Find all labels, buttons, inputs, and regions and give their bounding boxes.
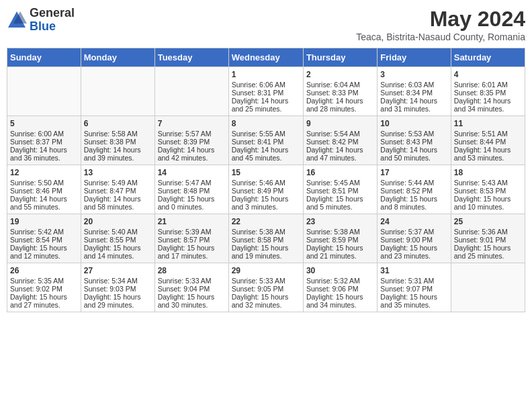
calendar-week-1: 1Sunrise: 6:06 AMSunset: 8:31 PMDaylight… [7, 67, 525, 116]
day-info: Sunrise: 5:32 AM [306, 277, 374, 285]
calendar-cell: 8Sunrise: 5:55 AMSunset: 8:41 PMDaylight… [228, 116, 303, 165]
day-info: Sunrise: 5:31 AM [380, 277, 447, 285]
day-info: Sunrise: 5:45 AM [306, 179, 374, 187]
day-number: 12 [10, 168, 78, 177]
day-info: Daylight: 15 hours and 12 minutes. [10, 244, 78, 260]
day-info: Daylight: 15 hours and 25 minutes. [454, 244, 522, 260]
calendar-cell: 17Sunrise: 5:44 AMSunset: 8:52 PMDayligh… [378, 165, 451, 214]
calendar-cell: 19Sunrise: 5:42 AMSunset: 8:54 PMDayligh… [7, 214, 81, 263]
day-info: Sunset: 8:52 PM [380, 187, 447, 195]
calendar-table: SundayMondayTuesdayWednesdayThursdayFrid… [7, 48, 525, 312]
title-area: May 2024 Teaca, Bistrita-Nasaud County, … [356, 7, 525, 42]
calendar-cell: 28Sunrise: 5:33 AMSunset: 9:04 PMDayligh… [154, 263, 228, 312]
day-info: Sunrise: 5:51 AM [454, 130, 522, 138]
header-friday: Friday [378, 48, 451, 67]
day-number: 9 [306, 119, 374, 128]
day-info: Daylight: 14 hours and 31 minutes. [380, 97, 447, 113]
calendar-cell: 15Sunrise: 5:46 AMSunset: 8:49 PMDayligh… [228, 165, 303, 214]
calendar-cell [154, 67, 228, 116]
day-info: Sunset: 8:47 PM [84, 187, 152, 195]
calendar-week-2: 5Sunrise: 6:00 AMSunset: 8:37 PMDaylight… [7, 116, 525, 165]
day-info: Sunset: 8:58 PM [232, 236, 300, 244]
day-info: Sunrise: 5:50 AM [10, 179, 78, 187]
header-thursday: Thursday [303, 48, 377, 67]
day-info: Sunrise: 5:53 AM [380, 130, 447, 138]
calendar-cell: 13Sunrise: 5:49 AMSunset: 8:47 PMDayligh… [81, 165, 154, 214]
day-info: Sunrise: 5:33 AM [158, 277, 226, 285]
day-number: 15 [232, 168, 300, 177]
day-number: 23 [306, 217, 374, 226]
day-info: Sunset: 8:42 PM [306, 138, 374, 146]
calendar-cell: 31Sunrise: 5:31 AMSunset: 9:07 PMDayligh… [378, 263, 451, 312]
day-info: Sunset: 8:54 PM [10, 236, 78, 244]
day-info: Sunset: 8:53 PM [454, 187, 522, 195]
day-info: Sunset: 9:03 PM [84, 285, 152, 293]
day-info: Daylight: 15 hours and 17 minutes. [158, 244, 226, 260]
day-info: Daylight: 15 hours and 32 minutes. [232, 293, 300, 309]
day-info: Daylight: 15 hours and 10 minutes. [454, 195, 522, 211]
calendar-cell: 5Sunrise: 6:00 AMSunset: 8:37 PMDaylight… [7, 116, 81, 165]
day-info: Sunset: 9:02 PM [10, 285, 78, 293]
day-info: Daylight: 14 hours and 42 minutes. [158, 146, 226, 162]
day-info: Sunset: 8:43 PM [380, 138, 447, 146]
day-info: Sunset: 8:55 PM [84, 236, 152, 244]
day-info: Sunset: 9:07 PM [380, 285, 447, 293]
calendar-cell: 21Sunrise: 5:39 AMSunset: 8:57 PMDayligh… [154, 214, 228, 263]
month-title: May 2024 [356, 7, 525, 32]
day-info: Daylight: 14 hours and 39 minutes. [84, 146, 152, 162]
logo-icon [7, 10, 27, 30]
logo-blue: Blue [30, 20, 75, 34]
day-number: 19 [10, 217, 78, 226]
day-info: Sunrise: 5:46 AM [232, 179, 300, 187]
day-number: 11 [454, 119, 522, 128]
day-info: Sunrise: 5:43 AM [454, 179, 522, 187]
calendar-cell: 6Sunrise: 5:58 AMSunset: 8:38 PMDaylight… [81, 116, 154, 165]
day-info: Sunrise: 5:36 AM [454, 228, 522, 236]
calendar-cell: 2Sunrise: 6:04 AMSunset: 8:33 PMDaylight… [303, 67, 377, 116]
day-number: 28 [158, 266, 226, 275]
day-info: Sunset: 9:05 PM [232, 285, 300, 293]
day-info: Sunrise: 6:06 AM [232, 81, 300, 89]
day-info: Daylight: 15 hours and 35 minutes. [380, 293, 447, 309]
logo-general: General [30, 7, 75, 20]
day-info: Daylight: 15 hours and 21 minutes. [306, 244, 374, 260]
day-number: 20 [84, 217, 152, 226]
day-number: 18 [454, 168, 522, 177]
header-sunday: Sunday [7, 48, 81, 67]
calendar-cell [81, 67, 154, 116]
calendar-cell [451, 263, 525, 312]
calendar-cell: 25Sunrise: 5:36 AMSunset: 9:01 PMDayligh… [451, 214, 525, 263]
page-header: General Blue May 2024 Teaca, Bistrita-Na… [7, 7, 525, 42]
day-info: Daylight: 14 hours and 28 minutes. [306, 97, 374, 113]
header-monday: Monday [81, 48, 154, 67]
day-info: Sunrise: 5:33 AM [232, 277, 300, 285]
day-info: Sunset: 8:59 PM [306, 236, 374, 244]
day-info: Daylight: 14 hours and 53 minutes. [454, 146, 522, 162]
day-info: Sunset: 8:48 PM [158, 187, 226, 195]
calendar-header-row: SundayMondayTuesdayWednesdayThursdayFrid… [7, 48, 525, 67]
day-number: 29 [232, 266, 300, 275]
day-number: 1 [232, 70, 300, 79]
day-info: Daylight: 14 hours and 34 minutes. [454, 97, 522, 113]
day-number: 27 [84, 266, 152, 275]
calendar-cell: 1Sunrise: 6:06 AMSunset: 8:31 PMDaylight… [228, 67, 303, 116]
day-info: Daylight: 15 hours and 23 minutes. [380, 244, 447, 260]
calendar-cell: 3Sunrise: 6:03 AMSunset: 8:34 PMDaylight… [378, 67, 451, 116]
day-info: Daylight: 15 hours and 30 minutes. [158, 293, 226, 309]
day-info: Sunset: 8:33 PM [306, 89, 374, 97]
calendar-cell [7, 67, 81, 116]
calendar-cell: 24Sunrise: 5:37 AMSunset: 9:00 PMDayligh… [378, 214, 451, 263]
logo: General Blue [7, 7, 75, 34]
day-info: Sunrise: 5:54 AM [306, 130, 374, 138]
day-number: 31 [380, 266, 447, 275]
header-wednesday: Wednesday [228, 48, 303, 67]
day-info: Sunrise: 5:38 AM [306, 228, 374, 236]
day-info: Daylight: 14 hours and 50 minutes. [380, 146, 447, 162]
day-info: Daylight: 15 hours and 34 minutes. [306, 293, 374, 309]
day-info: Sunrise: 6:01 AM [454, 81, 522, 89]
calendar-cell: 9Sunrise: 5:54 AMSunset: 8:42 PMDaylight… [303, 116, 377, 165]
day-info: Sunrise: 5:38 AM [232, 228, 300, 236]
day-number: 30 [306, 266, 374, 275]
logo-text: General Blue [30, 7, 75, 34]
day-info: Sunset: 8:34 PM [380, 89, 447, 97]
